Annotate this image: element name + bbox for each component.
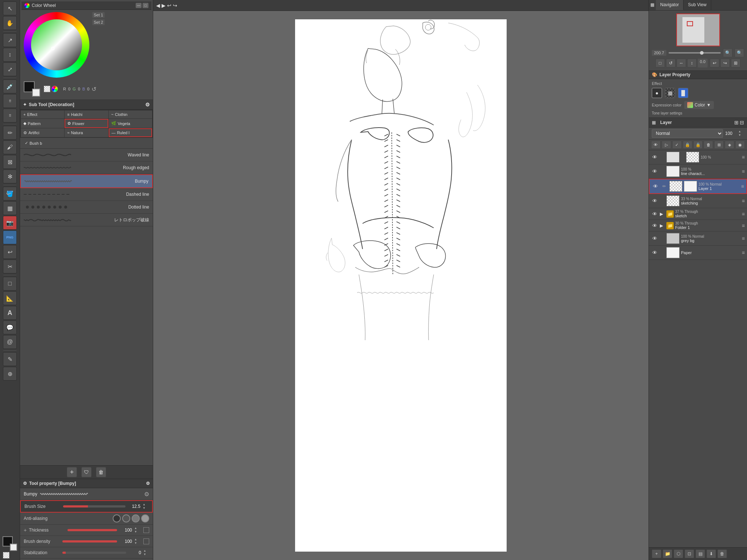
nav-flip-v-icon[interactable]: ↕ xyxy=(687,59,697,67)
brush-dotted-line[interactable]: Dotted line xyxy=(20,201,153,214)
layer-icon-7[interactable]: ⊞ xyxy=(714,141,724,149)
subview-tab[interactable]: Sub View xyxy=(684,0,711,10)
nav-zoom-slider[interactable] xyxy=(669,52,721,54)
tool-image[interactable]: 📷 xyxy=(3,216,17,230)
layer-vis-sketch[interactable]: 👁 xyxy=(651,210,658,218)
subtool-clothing[interactable]: ~ Clothin xyxy=(109,110,152,118)
new-layer-btn[interactable]: + xyxy=(652,549,661,558)
new-folder-btn[interactable]: 📁 xyxy=(663,549,672,558)
effect-solid-btn[interactable]: ● xyxy=(652,88,662,98)
layer-menu-sketch[interactable]: ≡ xyxy=(742,211,745,217)
canvas-content[interactable] xyxy=(295,19,507,552)
layer-icon-8[interactable]: ◈ xyxy=(725,141,734,149)
layer-item-line[interactable]: 👁 100 % line charact... ≡ xyxy=(649,164,747,179)
aa-dot-2[interactable] xyxy=(122,514,130,522)
layer-menu-0[interactable]: ≡ xyxy=(742,154,745,160)
tool-dots2[interactable]: ⠿ xyxy=(3,109,17,122)
subtool-pattern[interactable]: ◆ Pattern xyxy=(21,119,64,128)
layer-menu-folder1[interactable]: ≡ xyxy=(742,223,745,229)
tool-eyedrop[interactable]: 💉 xyxy=(3,79,17,93)
layer-menu-greybg[interactable]: ≡ xyxy=(742,236,745,241)
layer-vis-line[interactable]: 👁 xyxy=(651,168,658,175)
tool-marquee[interactable]: ↗ xyxy=(3,33,17,47)
tool-png[interactable]: PNG xyxy=(3,230,17,244)
layer-icon-2[interactable]: ▷ xyxy=(662,141,671,149)
nav-extra-3[interactable]: ⊞ xyxy=(731,59,740,67)
refresh-icon[interactable]: ↺ xyxy=(92,86,96,93)
delete-layer-btn[interactable]: 🗑 xyxy=(717,549,727,558)
nav-flip-h-icon[interactable]: ↔ xyxy=(677,59,686,67)
layer-icon-5[interactable]: 🔒 xyxy=(693,141,703,149)
subtool-effect[interactable]: + Effect xyxy=(21,110,64,118)
layer-icon-3[interactable]: ✓ xyxy=(672,141,682,149)
zoom-in-icon[interactable]: 🔍 xyxy=(735,48,744,57)
toolprop-settings-icon[interactable]: ⚙ xyxy=(146,481,150,486)
mask-btn[interactable]: ⊡ xyxy=(685,549,694,558)
rainbow-swatch[interactable] xyxy=(51,86,58,92)
aa-dot-4[interactable] xyxy=(141,514,149,522)
color-swatch[interactable] xyxy=(3,536,17,551)
layer-item-0[interactable]: 👁 100 % ≡ xyxy=(649,150,747,164)
brush-waved-line[interactable]: Waved line xyxy=(20,149,153,162)
subtool-hatching[interactable]: ≡ Hatchi xyxy=(65,110,108,118)
brush-size-slider[interactable] xyxy=(63,505,125,508)
toolbar-icon-3[interactable]: ↩ xyxy=(167,3,171,8)
stabilization-stepper[interactable]: ▲▼ xyxy=(143,549,149,556)
layer-item-sketching[interactable]: 👁 33 % Normal sketching ≡ xyxy=(649,194,747,208)
tool-vector[interactable]: ↩ xyxy=(3,245,17,259)
layer-header-icon-1[interactable]: ⊞ xyxy=(734,120,739,125)
layer-tab[interactable]: Layer xyxy=(658,119,674,126)
density-stepper[interactable]: ▲▼ xyxy=(134,538,140,545)
folder-arrow-folder1[interactable]: ▶ xyxy=(660,223,665,228)
layer-vis-sketching[interactable]: 👁 xyxy=(651,197,658,205)
tool-gradient[interactable]: ▦ xyxy=(3,201,17,215)
tool-text[interactable]: A xyxy=(3,306,17,320)
density-slider[interactable] xyxy=(62,540,117,542)
nav-preview[interactable] xyxy=(676,13,720,46)
tool-move[interactable]: ↕ xyxy=(3,48,17,62)
nav-extra-2[interactable]: ↪ xyxy=(720,59,730,67)
tool-3d[interactable]: @ xyxy=(3,335,17,349)
tool-transform[interactable]: ⤢ xyxy=(3,62,17,76)
minimize-btn[interactable]: — xyxy=(136,3,142,8)
layer-menu-layer1[interactable]: ≡ xyxy=(741,183,744,189)
tool-eraser[interactable]: ⊠ xyxy=(3,155,17,169)
tool-fill[interactable]: 🪣 xyxy=(3,187,17,201)
set1-label[interactable]: Set 1 xyxy=(92,12,105,18)
brush-bumpy[interactable]: Bumpy xyxy=(20,174,153,188)
thickness-stepper[interactable]: ▲▼ xyxy=(134,526,140,534)
merge-btn[interactable]: ⬇ xyxy=(707,549,716,558)
subtool-bush[interactable]: ✓ Bush b xyxy=(22,139,151,147)
tool-edit[interactable]: ✎ xyxy=(3,352,17,366)
brush-rough-edged[interactable]: Rough edged xyxy=(20,162,153,174)
tool-pen[interactable]: ✏ xyxy=(3,126,17,140)
layer-icon-6[interactable]: 🗑 xyxy=(704,141,713,149)
layer-item-paper[interactable]: 👁 Paper ≡ xyxy=(649,246,747,260)
subtool-natural[interactable]: ≈ Natura xyxy=(65,128,108,137)
layer-menu-line[interactable]: ≡ xyxy=(742,168,745,174)
layer-vis-paper[interactable]: 👁 xyxy=(651,249,658,256)
density-checkbox[interactable] xyxy=(143,538,149,544)
brush-dashed-line[interactable]: Dashed line xyxy=(20,188,153,201)
checker-swatch[interactable] xyxy=(44,86,50,92)
tool-brush[interactable]: 🖌 xyxy=(3,140,17,154)
tool-cut[interactable]: ✂ xyxy=(3,260,17,273)
opacity-stepper[interactable]: ▲▼ xyxy=(738,130,744,137)
layer-vis-layer1[interactable]: 👁 xyxy=(652,183,659,190)
layer-item-folder1[interactable]: 👁 ▶ 📁 30 % Through Folder 1 ≡ xyxy=(649,220,747,232)
tool-misc[interactable]: ⊕ xyxy=(3,367,17,381)
delete-subtool-btn[interactable]: 🗑 xyxy=(96,467,106,477)
fill-btn[interactable]: ▤ xyxy=(696,549,705,558)
tool-ruler[interactable]: 📐 xyxy=(3,291,17,305)
nav-extra-1[interactable]: ↩ xyxy=(710,59,719,67)
expression-color-value[interactable]: Color ▼ xyxy=(684,101,714,109)
color-wheel[interactable] xyxy=(24,12,89,78)
transparent-swatch[interactable] xyxy=(3,552,9,559)
tool-balloon[interactable]: 💬 xyxy=(3,320,17,334)
aa-dot-3[interactable] xyxy=(132,514,140,522)
brush-retro[interactable]: レトロポップ破線 xyxy=(20,214,153,226)
navigator-tab[interactable]: Navigator xyxy=(656,0,684,10)
thickness-slider[interactable] xyxy=(67,529,117,531)
tool-dots1[interactable]: ⠿ xyxy=(3,94,17,108)
layer-menu-paper[interactable]: ≡ xyxy=(742,250,745,256)
